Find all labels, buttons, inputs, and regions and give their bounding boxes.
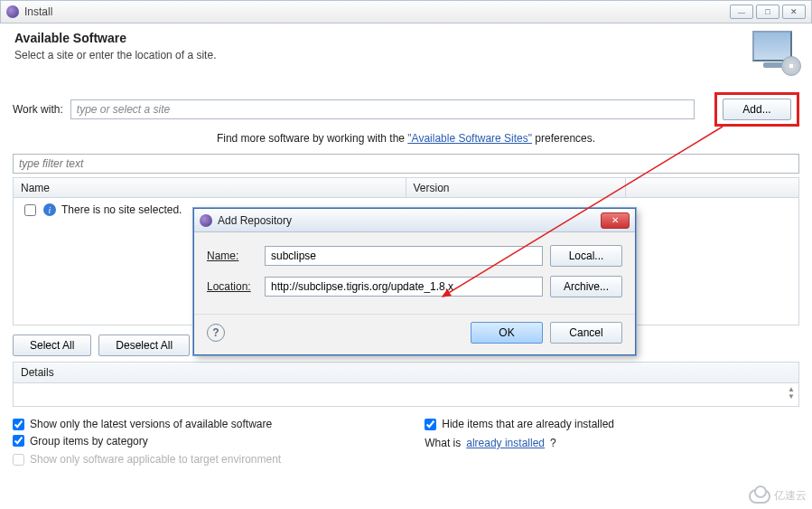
cancel-button[interactable]: Cancel [550, 322, 622, 344]
wizard-header: Available Software Select a site or ente… [0, 24, 812, 83]
ok-button[interactable]: OK [471, 322, 543, 344]
page-title: Available Software [14, 31, 216, 45]
location-label: Location: [207, 280, 257, 293]
modal-titlebar: Add Repository ✕ [194, 209, 635, 232]
show-applicable-option[interactable]: Show only software applicable to target … [13, 451, 422, 467]
help-icon[interactable]: ? [207, 324, 225, 342]
already-installed-link[interactable]: already installed [466, 437, 545, 449]
archive-button[interactable]: Archive... [550, 276, 622, 297]
details-header[interactable]: Details [13, 362, 799, 383]
install-banner-icon [752, 31, 798, 72]
name-label: Name: [207, 250, 257, 262]
empty-message: There is no site selected. [61, 203, 182, 216]
table-header: Name Version [14, 178, 798, 198]
deselect-all-button[interactable]: Deselect All [98, 335, 190, 356]
close-button[interactable] [782, 5, 806, 19]
eclipse-icon [6, 5, 19, 18]
details-body: ▲▼ [13, 383, 799, 407]
add-button-highlight: Add... [714, 92, 799, 127]
column-version[interactable]: Version [406, 178, 626, 197]
modal-title: Add Repository [218, 214, 601, 227]
filter-input[interactable] [13, 154, 799, 174]
group-category-option[interactable]: Group items by category [13, 433, 422, 449]
window-title: Install [24, 5, 727, 18]
show-latest-option[interactable]: Show only the latest versions of availab… [13, 416, 422, 432]
details-scroll[interactable]: ▲▼ [788, 387, 795, 400]
show-applicable-checkbox[interactable] [13, 454, 24, 466]
column-name[interactable]: Name [14, 178, 406, 197]
hide-installed-option[interactable]: Hide items that are already installed [425, 416, 787, 432]
show-latest-checkbox[interactable] [13, 419, 24, 430]
maximize-button[interactable] [756, 5, 779, 19]
local-button[interactable]: Local... [550, 245, 622, 267]
workwith-label: Work with: [13, 103, 63, 116]
findmore-text: Find more software by working with the "… [13, 132, 799, 145]
info-icon: i [43, 203, 56, 216]
what-is-installed: What is already installed? [425, 435, 787, 451]
cloud-icon [749, 489, 770, 504]
modal-close-button[interactable]: ✕ [601, 212, 630, 229]
name-input[interactable] [265, 246, 543, 266]
location-input[interactable] [265, 277, 543, 297]
workwith-input[interactable] [70, 99, 695, 119]
eclipse-icon [200, 214, 212, 227]
row-checkbox[interactable] [24, 204, 36, 216]
column-blank [626, 178, 798, 197]
select-all-button[interactable]: Select All [13, 335, 91, 356]
watermark: 亿速云 [749, 488, 807, 504]
titlebar: Install [0, 0, 812, 24]
options-area: Show only the latest versions of availab… [13, 416, 799, 468]
group-category-checkbox[interactable] [13, 435, 24, 447]
add-button[interactable]: Add... [723, 99, 791, 120]
add-repository-dialog: Add Repository ✕ Name: Local... Location… [193, 208, 636, 355]
hide-installed-checkbox[interactable] [425, 419, 436, 430]
available-sites-link[interactable]: "Available Software Sites" [407, 132, 532, 145]
page-subtitle: Select a site or enter the location of a… [14, 49, 216, 61]
minimize-button[interactable] [730, 5, 753, 19]
